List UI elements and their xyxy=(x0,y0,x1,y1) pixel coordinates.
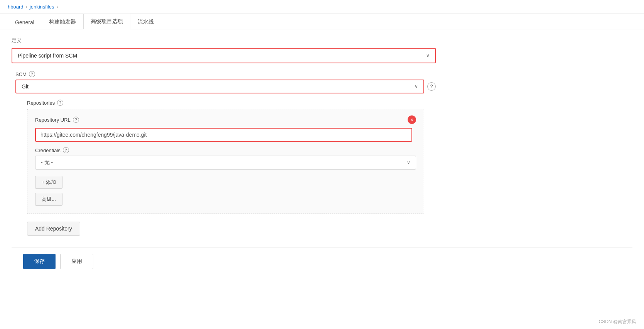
add-repository-button[interactable]: Add Repository xyxy=(27,222,80,236)
repo-url-label: Repository URL ? xyxy=(35,117,79,123)
tab-build-trigger[interactable]: 构建触发器 xyxy=(42,14,83,29)
apply-button[interactable]: 应用 xyxy=(60,254,93,269)
scm-dropdown[interactable]: Git ∨ xyxy=(15,80,424,93)
breadcrumb-sep-1: › xyxy=(25,4,27,10)
scm-label-text: SCM xyxy=(15,71,27,77)
scm-dropdown-row: Git ∨ ? xyxy=(15,80,632,93)
credentials-label-text: Credentials xyxy=(35,148,61,153)
repos-box: Repository URL ? × Credentials ? xyxy=(27,109,424,214)
repo-url-label-text: Repository URL xyxy=(35,117,71,123)
watermark: CSDN @南宫乘风 xyxy=(598,319,636,325)
repos-section: Repositories ? Repository URL ? × xyxy=(27,100,632,236)
repositories-label-text: Repositories xyxy=(27,100,55,106)
repo-url-help-icon[interactable]: ? xyxy=(73,117,79,123)
scm-help-btn[interactable]: ? xyxy=(427,82,436,91)
pipeline-dropdown-label: Pipeline script from SCM xyxy=(18,53,77,59)
add-button[interactable]: + 添加 xyxy=(35,176,62,189)
credentials-value: - 无 - xyxy=(41,159,53,166)
repositories-help-icon[interactable]: ? xyxy=(57,100,63,106)
breadcrumb: hboard › jenkinsfiles › xyxy=(0,0,644,14)
main-content: 定义 Pipeline script from SCM ∨ SCM ? Git … xyxy=(0,29,644,283)
credentials-label: Credentials ? xyxy=(35,147,416,153)
credentials-section: Credentials ? - 无 - ∨ xyxy=(35,147,416,170)
breadcrumb-sep-2: › xyxy=(56,4,58,10)
scm-section: SCM ? Git ∨ ? Repositories ? xyxy=(15,71,632,236)
advanced-button[interactable]: 高级... xyxy=(35,193,62,206)
tabs-bar: General 构建触发器 高级项目选项 流水线 xyxy=(0,14,644,29)
tab-pipeline[interactable]: 流水线 xyxy=(130,14,161,29)
repo-url-row: Repository URL ? × xyxy=(35,115,416,124)
repo-url-input-wrapper xyxy=(35,128,412,142)
pipeline-dropdown[interactable]: Pipeline script from SCM ∨ xyxy=(12,48,436,63)
breadcrumb-item-jenkinsfiles[interactable]: jenkinsfiles xyxy=(30,4,54,10)
section-label: 定义 xyxy=(12,37,632,44)
credentials-chevron-icon: ∨ xyxy=(407,160,410,165)
tab-general[interactable]: General xyxy=(8,15,42,29)
pipeline-chevron-icon: ∨ xyxy=(426,53,430,58)
credentials-help-icon[interactable]: ? xyxy=(63,147,69,153)
save-button[interactable]: 保存 xyxy=(23,254,56,269)
buttons-row: + 添加 高级... xyxy=(35,170,416,206)
repo-url-input[interactable] xyxy=(36,129,411,141)
delete-repo-button[interactable]: × xyxy=(408,115,416,124)
footer-bar: 保存 应用 xyxy=(12,247,632,275)
credentials-dropdown[interactable]: - 无 - ∨ xyxy=(35,156,416,170)
scm-label: SCM ? xyxy=(15,71,632,77)
page-wrapper: hboard › jenkinsfiles › General 构建触发器 高级… xyxy=(0,0,644,329)
scm-dropdown-label: Git xyxy=(22,83,29,90)
scm-help-icon[interactable]: ? xyxy=(29,71,35,77)
scm-chevron-icon: ∨ xyxy=(415,84,418,89)
repositories-label: Repositories ? xyxy=(27,100,632,106)
tab-advanced-options[interactable]: 高级项目选项 xyxy=(83,14,130,29)
breadcrumb-item-home[interactable]: hboard xyxy=(8,4,23,10)
